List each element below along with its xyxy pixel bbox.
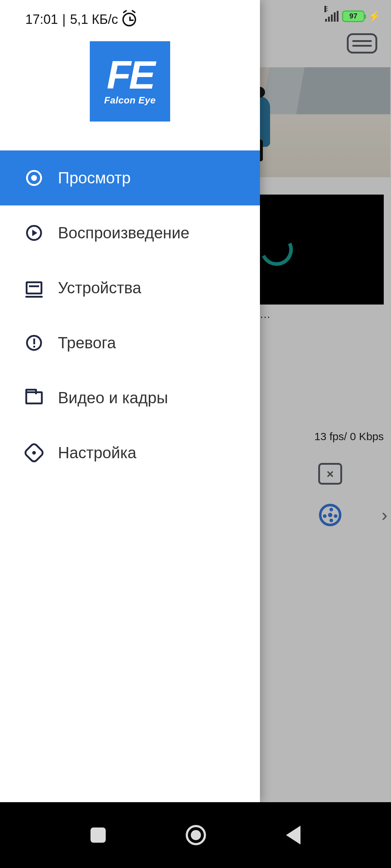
status-bar-left: 17:01 | 5,1 КБ/с <box>0 0 260 30</box>
signal-icon: E <box>325 11 339 22</box>
alert-icon <box>26 335 42 351</box>
live-view-icon <box>26 170 42 186</box>
menu-item-alarm[interactable]: Тревога <box>0 315 260 370</box>
status-net-speed: 5,1 КБ/с <box>70 12 118 27</box>
folder-icon <box>25 391 43 404</box>
menu-item-settings[interactable]: Настройка <box>0 425 260 480</box>
status-time: 17:01 <box>25 12 58 27</box>
system-navigation-bar <box>0 802 391 868</box>
drawer-menu: Просмотр Воспроизведение Устройства Трев… <box>0 150 260 480</box>
menu-item-devices[interactable]: Устройства <box>0 260 260 315</box>
nav-back-button[interactable] <box>286 826 300 844</box>
menu-item-label: Видео и кадры <box>58 389 168 407</box>
menu-item-label: Тревога <box>58 334 116 352</box>
menu-item-label: Воспроизведение <box>58 224 189 242</box>
gear-icon <box>23 442 45 464</box>
nav-home-button[interactable] <box>186 825 206 845</box>
charging-icon: ⚡ <box>368 10 381 22</box>
menu-item-label: Просмотр <box>58 169 131 187</box>
battery-icon: 97 <box>342 10 365 22</box>
playback-icon <box>26 225 42 241</box>
menu-item-label: Устройства <box>58 279 141 297</box>
nav-recents-button[interactable] <box>91 827 106 843</box>
menu-item-playback[interactable]: Воспроизведение <box>0 205 260 260</box>
app-logo: FE Falcon Eye <box>90 41 170 122</box>
alarm-clock-icon <box>122 13 136 26</box>
status-bar-right: E 97 ⚡ <box>325 10 381 22</box>
menu-item-media[interactable]: Видео и кадры <box>0 370 260 425</box>
navigation-drawer: 17:01 | 5,1 КБ/с FE Falcon Eye Просмотр … <box>0 0 260 802</box>
menu-item-live-view[interactable]: Просмотр <box>0 150 260 205</box>
devices-icon <box>26 281 42 294</box>
menu-item-label: Настройка <box>58 444 136 462</box>
